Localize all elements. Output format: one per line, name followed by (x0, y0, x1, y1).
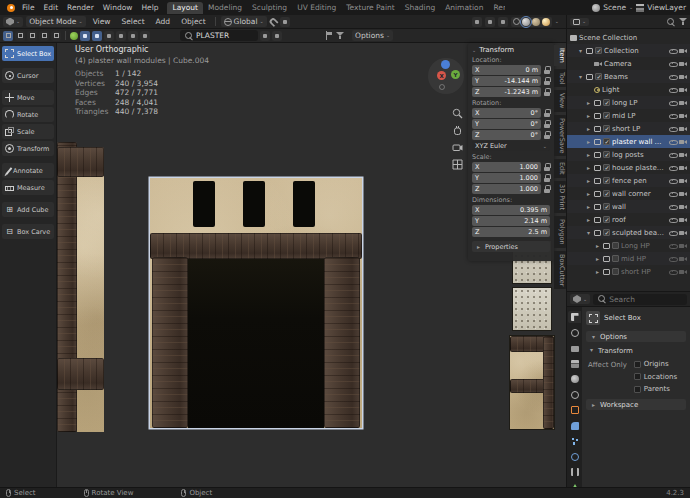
exclude-checkbox[interactable] (603, 151, 610, 158)
rotation-mode-dropdown[interactable]: XYZ Euler⌄ (472, 141, 550, 151)
location-y-field[interactable]: Y-14.144 m (472, 76, 541, 86)
transform-panel-title[interactable]: Transform (479, 46, 514, 54)
hide-eye-icon[interactable] (668, 242, 677, 249)
toggle-g-icon[interactable] (260, 31, 270, 41)
select-mode-intersect-icon[interactable] (51, 31, 61, 41)
exclude-checkbox[interactable] (612, 255, 619, 262)
expand-arrow-icon[interactable]: ▾ (585, 230, 592, 236)
location-x-field[interactable]: X0 m (472, 65, 541, 75)
outliner-row-short-hp[interactable]: ▸short HP (567, 265, 690, 278)
scale-x-field[interactable]: X1.000 (472, 162, 541, 172)
toggle-c-icon[interactable] (104, 31, 114, 41)
properties-collapsed-panel[interactable]: ▸Properties (472, 241, 550, 252)
hide-eye-icon[interactable] (668, 112, 677, 119)
distant-wall-module[interactable] (512, 287, 552, 331)
menu-file[interactable]: File (18, 3, 39, 12)
outliner-search-icon[interactable] (666, 17, 675, 26)
tool-move[interactable]: Move (2, 90, 54, 105)
options-panel-header[interactable]: ▾Options (586, 331, 686, 342)
tab-modifiers[interactable] (568, 420, 581, 432)
tool-options-dropdown[interactable]: Options⌄ (352, 30, 393, 41)
tab-world[interactable] (568, 389, 581, 401)
menu-object[interactable]: Object (177, 17, 209, 26)
render-visibility-icon[interactable] (679, 191, 687, 197)
editor-type-button[interactable]: ⌄ (3, 17, 23, 27)
rotation-x-field[interactable]: X0° (472, 108, 541, 118)
expand-arrow-icon[interactable]: ▸ (585, 191, 592, 197)
workspace-tab-sculpting[interactable]: Sculpting (247, 2, 292, 14)
tool-annotate[interactable]: Annotate (2, 163, 54, 178)
shading-material-icon[interactable] (532, 18, 540, 26)
menu-select[interactable]: Select (117, 17, 148, 26)
tab-physics[interactable] (568, 451, 581, 463)
parents-checkbox-row[interactable]: Parents (634, 385, 677, 393)
lock-icon[interactable] (543, 131, 550, 140)
neighbor-module-plaster[interactable] (77, 176, 104, 432)
parents-checkbox[interactable] (634, 386, 641, 393)
exclude-checkbox[interactable] (612, 268, 619, 275)
move-view-hand-icon[interactable] (452, 125, 463, 136)
beam-notch[interactable] (193, 181, 215, 227)
menu-view[interactable]: View (89, 17, 115, 26)
lock-icon[interactable] (543, 185, 550, 194)
lock-icon[interactable] (543, 109, 550, 118)
toggle-ortho-grid-icon[interactable] (452, 159, 463, 170)
select-mode-invert-icon[interactable] (39, 31, 49, 41)
mode-selector[interactable]: Object Mode⌄ (26, 16, 85, 27)
toggle-f-icon[interactable] (140, 31, 150, 41)
outliner-row-light[interactable]: Light (567, 83, 690, 96)
hide-eye-icon[interactable] (668, 60, 677, 67)
hide-eye-icon[interactable] (668, 125, 677, 132)
shading-solid-icon[interactable] (522, 18, 530, 26)
workspace-tab-rendering[interactable]: Rendering (488, 2, 505, 14)
exclude-checkbox[interactable] (595, 47, 602, 54)
hide-eye-icon[interactable] (668, 164, 677, 171)
axis-negative-handle[interactable] (439, 84, 445, 90)
workspace-tab-modeling[interactable]: Modeling (203, 2, 247, 14)
expand-arrow-icon[interactable]: ▸ (594, 269, 601, 275)
exclude-checkbox[interactable] (603, 203, 610, 210)
outliner-row-collection[interactable]: ▾Collection (567, 44, 690, 57)
exclude-checkbox[interactable] (603, 216, 610, 223)
render-visibility-icon[interactable] (679, 100, 687, 106)
tab-constraints[interactable] (568, 466, 581, 478)
properties-editor-type[interactable]: ⌄ (570, 294, 590, 304)
render-visibility-icon[interactable] (679, 48, 687, 54)
door-opening[interactable] (188, 259, 324, 428)
lock-icon[interactable] (543, 66, 550, 75)
exclude-checkbox[interactable] (603, 164, 610, 171)
exclude-checkbox[interactable] (595, 73, 602, 80)
scale-y-field[interactable]: Y1.000 (472, 173, 541, 183)
dimensions-x-field[interactable]: X0.395 m (472, 205, 550, 215)
outliner-row-plaster-wall-modules[interactable]: ▸plaster wall modules (567, 135, 690, 148)
render-visibility-icon[interactable] (679, 87, 687, 93)
door-post-right[interactable] (324, 257, 360, 428)
expand-arrow-icon[interactable]: ▸ (585, 139, 592, 145)
exclude-checkbox[interactable] (603, 99, 610, 106)
expand-arrow-icon[interactable]: ▸ (585, 126, 592, 132)
exclude-checkbox[interactable] (603, 229, 610, 236)
flag-icon[interactable] (326, 31, 333, 40)
show-gizmo-icon[interactable] (472, 17, 482, 27)
outliner-row-wall-corner[interactable]: ▸wall corner (567, 187, 690, 200)
hide-eye-icon[interactable] (668, 229, 677, 236)
render-visibility-icon[interactable] (679, 61, 687, 67)
menu-edit[interactable]: Edit (40, 3, 63, 12)
workspace-tab-animation[interactable]: Animation (440, 2, 488, 14)
filter-funnel-icon[interactable] (335, 32, 344, 40)
selected-wall-module[interactable] (150, 178, 362, 428)
outliner-row-long-hp[interactable]: ▸Long HP (567, 239, 690, 252)
origins-checkbox[interactable] (634, 361, 641, 368)
menu-add[interactable]: Add (152, 17, 175, 26)
expand-arrow-icon[interactable]: ▸ (585, 152, 592, 158)
rotation-z-field[interactable]: Z0° (472, 130, 541, 140)
navigation-gizmo[interactable]: X Y (428, 58, 464, 94)
render-visibility-icon[interactable] (679, 204, 687, 210)
exclude-checkbox[interactable] (603, 190, 610, 197)
rotation-y-field[interactable]: Y0° (472, 119, 541, 129)
outliner-row-sculpted-beams[interactable]: ▾sculpted beams (567, 226, 690, 239)
tab-view-layer[interactable] (568, 358, 581, 370)
render-visibility-icon[interactable] (679, 152, 687, 158)
exclude-checkbox[interactable] (612, 242, 619, 249)
collapse-arrow-icon[interactable]: ⌄ (472, 48, 476, 53)
